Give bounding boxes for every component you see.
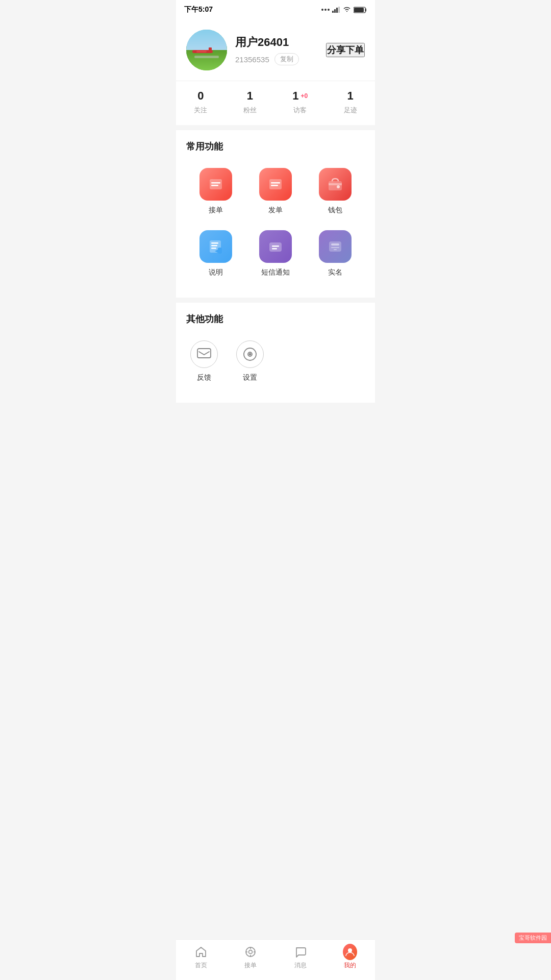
stat-label-follow: 关注	[194, 106, 207, 115]
stat-item-visitors[interactable]: 1+0访客	[292, 89, 308, 115]
stat-label-fans: 粉丝	[243, 106, 257, 115]
svg-rect-5	[354, 8, 364, 12]
func-item-jieDan[interactable]: 接单	[186, 163, 246, 225]
svg-rect-16	[211, 242, 218, 244]
svg-rect-27	[334, 249, 337, 250]
other-item-feedback[interactable]: 反馈	[186, 335, 232, 393]
stat-label-footprints: 足迹	[344, 106, 357, 115]
nav-item-message[interactable]: 消息	[285, 945, 316, 970]
duanXin-label: 短信通知	[261, 268, 290, 277]
svg-rect-19	[218, 248, 222, 254]
wifi-icon	[343, 7, 351, 13]
svg-rect-13	[329, 183, 342, 185]
svg-rect-23	[272, 248, 277, 250]
svg-rect-6	[210, 179, 222, 189]
duanXin-icon	[259, 230, 292, 263]
other-functions-section: 其他功能 反馈 设置	[176, 303, 375, 403]
other-functions-title: 其他功能	[186, 313, 365, 325]
svg-rect-22	[272, 246, 279, 247]
svg-rect-25	[331, 243, 339, 246]
other-functions-grid: 反馈 设置	[186, 335, 365, 398]
profile-section: 用户26401 21356535 复制 分享下单	[176, 17, 375, 81]
jieDan-label: 接单	[209, 206, 223, 215]
svg-rect-21	[269, 242, 282, 252]
divider-2	[176, 298, 375, 303]
stats-section: 0关注1粉丝1+0访客1足迹	[176, 81, 375, 125]
svg-rect-3	[338, 7, 340, 13]
divider-1	[176, 125, 375, 130]
username: 用户26401	[235, 35, 299, 50]
nav-item-mine[interactable]: 我的	[335, 945, 365, 970]
status-icons	[321, 7, 367, 13]
svg-rect-8	[211, 185, 218, 186]
nav-item-jieDan[interactable]: 接单	[235, 945, 266, 970]
jieDan-nav-label: 接单	[244, 961, 257, 970]
svg-rect-0	[332, 11, 334, 13]
stat-number-footprints: 1	[347, 89, 354, 103]
settings-icon	[236, 340, 264, 368]
common-functions-section: 常用功能 接单	[176, 130, 375, 298]
stat-badge-visitors: +0	[301, 92, 308, 100]
qianBao-icon	[319, 168, 352, 201]
stat-item-fans[interactable]: 1粉丝	[243, 89, 257, 115]
svg-rect-18	[211, 248, 216, 249]
mine-nav-label: 我的	[344, 961, 356, 970]
settings-label: 设置	[243, 373, 257, 382]
status-bar: 下午5:07	[176, 0, 375, 17]
faDan-icon	[259, 168, 292, 201]
svg-rect-7	[211, 182, 220, 184]
shiMing-icon	[319, 230, 352, 263]
feedback-icon	[190, 340, 218, 368]
stat-number-visitors: 1	[292, 89, 298, 103]
user-id: 21356535	[235, 55, 269, 64]
svg-rect-17	[211, 245, 217, 247]
svg-rect-11	[271, 185, 278, 186]
svg-point-31	[249, 353, 252, 356]
stat-number-follow: 0	[197, 89, 204, 103]
common-functions-title: 常用功能	[186, 140, 365, 153]
message-nav-label: 消息	[294, 961, 307, 970]
copy-button[interactable]: 复制	[274, 53, 299, 65]
home-nav-label: 首页	[195, 961, 207, 970]
message-nav-icon	[293, 945, 308, 959]
jieDan-nav-icon	[243, 945, 258, 959]
svg-rect-10	[271, 182, 280, 184]
svg-rect-2	[336, 8, 338, 13]
mine-nav-icon	[343, 945, 357, 959]
svg-rect-9	[269, 179, 282, 189]
svg-rect-12	[329, 181, 342, 190]
func-item-faDan[interactable]: 发单	[246, 163, 306, 225]
shiMing-label: 实名	[328, 268, 342, 277]
func-item-duanXin[interactable]: 短信通知	[246, 225, 306, 287]
stat-label-visitors: 访客	[293, 106, 307, 115]
other-item-settings[interactable]: 设置	[232, 335, 278, 393]
svg-point-38	[348, 948, 352, 952]
jieDan-icon	[199, 168, 232, 201]
qianBao-label: 钱包	[328, 206, 342, 215]
shuoMing-icon	[199, 230, 232, 263]
mine-avatar	[343, 944, 357, 960]
svg-rect-26	[331, 247, 339, 248]
faDan-label: 发单	[268, 206, 283, 215]
func-item-shuoMing[interactable]: 说明	[186, 225, 246, 287]
common-functions-grid: 接单 发单	[186, 163, 365, 292]
battery-icon	[354, 7, 367, 13]
home-nav-icon	[194, 945, 208, 959]
bottom-nav: 首页 接单 消息	[176, 939, 375, 980]
stat-item-footprints[interactable]: 1足迹	[344, 89, 357, 115]
share-button[interactable]: 分享下单	[326, 43, 365, 57]
func-item-qianBao[interactable]: 钱包	[305, 163, 365, 225]
stat-item-follow[interactable]: 0关注	[194, 89, 207, 115]
signal-icon	[332, 7, 340, 13]
svg-point-33	[249, 950, 253, 954]
svg-point-14	[337, 185, 340, 188]
status-time: 下午5:07	[184, 5, 213, 14]
feedback-label: 反馈	[197, 373, 211, 382]
nav-item-home[interactable]: 首页	[186, 945, 216, 970]
svg-rect-1	[334, 9, 336, 13]
stat-number-fans: 1	[247, 89, 253, 103]
shuoMing-label: 说明	[209, 268, 223, 277]
avatar[interactable]	[186, 30, 227, 70]
svg-rect-28	[197, 349, 211, 358]
func-item-shiMing[interactable]: 实名	[305, 225, 365, 287]
